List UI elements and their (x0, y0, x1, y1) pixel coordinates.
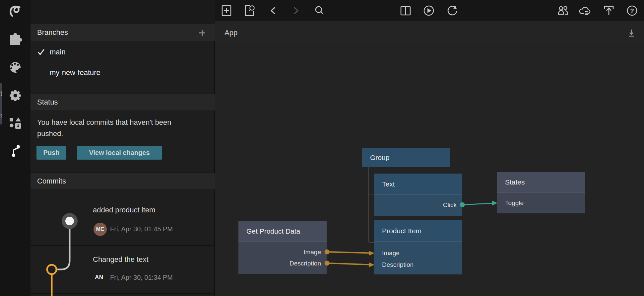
breadcrumb-bar: App (215, 21, 644, 44)
push-button[interactable]: Push (36, 146, 66, 160)
styles-palette-icon[interactable] (8, 60, 23, 75)
output-port-image[interactable]: Image (303, 249, 321, 256)
canvas-toolbar: ? (215, 0, 644, 21)
help-icon[interactable]: ? (625, 3, 639, 18)
status-message: You have local commits that haven't been… (37, 117, 198, 139)
activity-rail (0, 0, 31, 296)
noodl-logo-icon[interactable] (8, 4, 23, 19)
nav-forward-icon[interactable] (289, 3, 303, 18)
node-states[interactable]: States Toggle (497, 172, 585, 213)
commit-date: Fri, Apr 30, 01:45 PM (110, 225, 173, 233)
version-control-panel: Branches main my-new-feature Status You … (31, 0, 215, 296)
hidden-panel-peek: t o (0, 83, 2, 124)
node-title: Group (370, 154, 389, 162)
noodl-editor: t o Branches main my-new-feature Status … (0, 0, 644, 296)
version-control-branch-icon[interactable] (8, 144, 23, 158)
check-spacer (37, 69, 45, 77)
breadcrumb: App (225, 21, 237, 44)
settings-gear-icon[interactable] (8, 88, 23, 103)
commit-row[interactable]: added product item MC Fri, Apr 30, 01:45… (31, 190, 215, 245)
commit-row[interactable]: Changed the text AN Fri, Apr 30, 01:34 P… (31, 246, 215, 293)
commit-message: Changed the text (93, 255, 149, 264)
peek-letter: o (0, 111, 2, 119)
node-group[interactable]: Group (362, 148, 450, 167)
node-title: States (505, 178, 525, 186)
collaborators-icon[interactable] (555, 3, 570, 18)
commits-header: Commits (31, 173, 215, 190)
branch-name: main (50, 48, 66, 56)
branches-title: Branches (37, 28, 68, 37)
node-canvas-column: ? App Group Text Click (215, 0, 644, 296)
panel-top-strip (31, 0, 215, 24)
node-graph[interactable]: Group Text Click States Toggle (215, 44, 644, 296)
current-branch-check-icon (37, 48, 45, 56)
component-search-icon[interactable] (242, 3, 257, 18)
add-node-button[interactable] (219, 3, 234, 18)
commits-title: Commits (37, 177, 66, 185)
input-port-image[interactable]: Image (382, 250, 400, 257)
search-icon[interactable] (312, 3, 327, 18)
split-view-icon[interactable] (398, 3, 413, 18)
nav-back-icon[interactable] (266, 3, 280, 18)
question-glyph: ? (630, 7, 634, 14)
author-initials: AN (95, 274, 103, 281)
branch-name: my-new-feature (50, 68, 100, 77)
branch-row-main[interactable]: main (31, 42, 215, 62)
node-title: Text (382, 180, 395, 188)
node-title: Product Item (382, 227, 421, 235)
publish-upload-icon[interactable] (602, 3, 616, 18)
node-text[interactable]: Text Click (374, 174, 462, 216)
status-header: Status (31, 94, 215, 111)
download-icon[interactable] (624, 26, 639, 40)
input-port-description[interactable]: Description (382, 261, 414, 268)
avatar: MC (94, 223, 107, 236)
modules-puzzle-icon[interactable] (8, 33, 23, 47)
output-port-click[interactable]: Click (443, 201, 457, 209)
commit-date: Fri, Apr 30, 01:34 PM (110, 274, 173, 281)
status-title: Status (37, 98, 58, 107)
node-title: Get Product Data (246, 227, 300, 235)
output-port-description[interactable]: Description (290, 260, 321, 267)
node-product-item[interactable]: Product Item Image Description (374, 220, 462, 274)
node-get-product-data[interactable]: Get Product Data Image Description (238, 221, 327, 274)
import-marketplace-icon[interactable] (8, 116, 23, 130)
view-local-changes-button[interactable]: View local changes (77, 146, 162, 160)
commit-message: added product item (93, 206, 155, 214)
branches-header: Branches (31, 24, 215, 41)
refresh-icon[interactable] (445, 3, 460, 18)
peek-letter: t (0, 90, 2, 97)
divider (31, 293, 215, 294)
input-port-toggle[interactable]: Toggle (505, 199, 524, 207)
cloud-sync-icon[interactable] (578, 3, 593, 18)
preview-play-icon[interactable] (421, 3, 436, 18)
add-branch-button[interactable] (198, 29, 206, 37)
branch-row-my-new-feature[interactable]: my-new-feature (31, 62, 215, 83)
